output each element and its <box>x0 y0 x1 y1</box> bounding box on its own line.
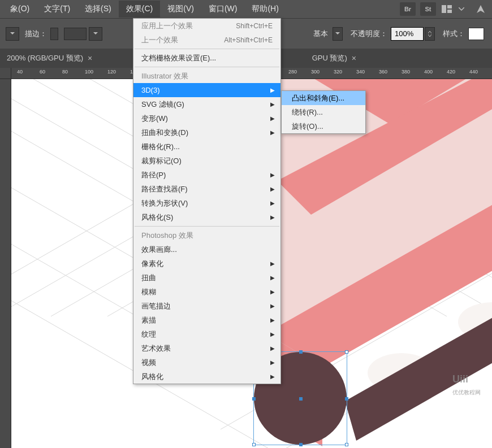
menu-item-[interactable]: 模糊▶ <box>133 285 280 299</box>
menu-window[interactable]: 窗口(W) <box>201 1 245 18</box>
submenu-arrow-icon: ▶ <box>270 303 275 309</box>
svg-rect-1 <box>447 5 452 8</box>
anchor-point[interactable] <box>345 397 348 401</box>
bridge-icon[interactable]: Br <box>400 2 416 16</box>
submenu-item[interactable]: 旋转(O)... <box>282 119 365 133</box>
tab-close-icon[interactable]: × <box>88 54 92 63</box>
opacity-dropdown[interactable] <box>425 27 435 41</box>
menu-text[interactable]: 文字(T) <box>37 1 77 18</box>
style-swatch[interactable] <box>468 28 484 40</box>
ruler-tick: 420 <box>447 69 455 75</box>
ruler-tick: 400 <box>424 69 433 75</box>
menu-item-: 上一个效果Alt+Shift+Ctrl+E <box>133 33 280 47</box>
menu-item-[interactable]: 效果画廊... <box>133 242 280 256</box>
submenu-arrow-icon: ▶ <box>270 317 275 323</box>
ruler-origin[interactable] <box>0 68 11 79</box>
ruler-tick: 380 <box>402 69 410 75</box>
anchor-point[interactable] <box>299 443 303 446</box>
ruler-tick: 100 <box>85 69 93 75</box>
opacity-label: 不透明度： <box>351 29 387 39</box>
menu-section-header: Photoshop 效果 <box>133 228 280 242</box>
menu-item-[interactable]: 艺术效果▶ <box>133 341 280 355</box>
menu-select[interactable]: 选择(S) <box>77 1 119 18</box>
ruler-tick: 340 <box>356 69 365 75</box>
svg-rect-0 <box>442 5 446 13</box>
tab-doc2-label: GPU 预览) <box>312 53 347 63</box>
tab-doc2[interactable]: GPU 预览) × <box>312 53 356 63</box>
menu-item-[interactable]: 风格化▶ <box>133 369 280 384</box>
submenu-arrow-icon: ▶ <box>270 331 275 337</box>
stock-icon[interactable]: St <box>420 2 436 16</box>
opacity-input[interactable] <box>391 27 424 41</box>
menu-item-r[interactable]: 栅格化(R)... <box>133 140 280 154</box>
svg-rect-2 <box>447 10 452 13</box>
submenu-arrow-icon: ▶ <box>270 129 275 136</box>
menu-item-[interactable]: 画笔描边▶ <box>133 299 280 313</box>
menu-item-[interactable]: 扭曲▶ <box>133 271 280 285</box>
menu-section-header: Illustrator 效果 <box>133 69 280 83</box>
menu-item-[interactable]: 素描▶ <box>133 313 280 327</box>
ruler-tick: 360 <box>379 69 387 75</box>
menu-item-3d3[interactable]: 3D(3)▶ <box>133 83 280 97</box>
ruler-tick: 280 <box>288 69 297 75</box>
submenu-arrow-icon: ▶ <box>270 373 275 380</box>
tab-doc1[interactable]: 200% (RGB/GPU 预览) × <box>0 49 99 68</box>
submenu-arrow-icon: ▶ <box>270 260 275 267</box>
menu-item-[interactable]: 纹理▶ <box>133 327 280 341</box>
ruler-tick: 40 <box>17 69 23 75</box>
resize-handle-ne[interactable] <box>345 350 348 354</box>
workspace-icon[interactable] <box>442 5 452 13</box>
effect-menu-dropdown: 应用上一个效果Shift+Ctrl+E上一个效果Alt+Shift+Ctrl+E… <box>133 18 281 384</box>
ruler-tick: 320 <box>334 69 342 75</box>
menu-item-o[interactable]: 裁剪标记(O) <box>133 154 280 168</box>
menu-item-e[interactable]: 文档栅格效果设置(E)... <box>133 51 280 65</box>
submenu-item[interactable]: 绕转(R)... <box>282 105 365 119</box>
submenu-arrow-icon: ▶ <box>270 275 275 281</box>
submenu-arrow-icon: ▶ <box>270 186 275 192</box>
anchor-point[interactable] <box>252 397 256 401</box>
menu-item-w[interactable]: 变形(W)▶ <box>133 111 280 125</box>
menu-item-f[interactable]: 路径查找器(F)▶ <box>133 182 280 196</box>
submenu-arrow-icon: ▶ <box>270 87 275 93</box>
menu-item-v[interactable]: 转换为形状(V)▶ <box>133 196 280 210</box>
3d-submenu: 凸出和斜角(E)...绕转(R)...旋转(O)... <box>281 90 366 134</box>
basic-dropdown[interactable] <box>333 27 343 41</box>
ruler-tick: 80 <box>62 69 68 75</box>
stroke-stepper[interactable] <box>50 28 58 40</box>
menu-object[interactable]: 象(O) <box>3 1 37 18</box>
watermark: Uiii 优优教程网 <box>452 373 481 397</box>
menu-item-d[interactable]: 扭曲和变换(D)▶ <box>133 125 280 140</box>
resize-handle-sw[interactable] <box>252 443 256 446</box>
menu-item-p[interactable]: 路径(P)▶ <box>133 168 280 182</box>
menu-item-: 应用上一个效果Shift+Ctrl+E <box>133 19 280 33</box>
fill-dropdown[interactable] <box>6 27 19 41</box>
submenu-arrow-icon: ▶ <box>270 345 275 351</box>
menu-view[interactable]: 视图(V) <box>160 1 201 18</box>
submenu-arrow-icon: ▶ <box>270 200 275 206</box>
submenu-arrow-icon: ▶ <box>270 101 275 107</box>
menu-effect[interactable]: 效果(C) <box>119 1 160 18</box>
menu-item-[interactable]: 视频▶ <box>133 355 280 369</box>
ruler-tick: 60 <box>40 69 45 75</box>
resize-handle-se[interactable] <box>345 443 348 446</box>
basic-label: 基本 <box>313 29 328 39</box>
send-icon[interactable] <box>476 4 486 14</box>
menu-item-svgg[interactable]: SVG 滤镜(G)▶ <box>133 97 280 111</box>
anchor-point[interactable] <box>299 350 303 354</box>
center-point[interactable] <box>299 397 303 401</box>
submenu-item[interactable]: 凸出和斜角(E)... <box>282 91 365 105</box>
chevron-down-icon[interactable] <box>459 7 464 11</box>
stroke-dropdown[interactable] <box>89 27 102 41</box>
submenu-arrow-icon: ▶ <box>270 172 275 178</box>
menu-help[interactable]: 帮助(H) <box>244 1 286 18</box>
tab-close-icon[interactable]: × <box>352 54 356 63</box>
menu-item-[interactable]: 像素化▶ <box>133 256 280 271</box>
style-label: 样式： <box>443 29 465 39</box>
submenu-arrow-icon: ▶ <box>270 214 275 220</box>
ruler-tick: 120 <box>107 69 116 75</box>
ruler-tick: 440 <box>469 69 478 75</box>
vertical-ruler <box>0 79 11 448</box>
stroke-width-input[interactable] <box>64 28 87 40</box>
menu-item-s[interactable]: 风格化(S)▶ <box>133 210 280 224</box>
submenu-arrow-icon: ▶ <box>270 115 275 121</box>
